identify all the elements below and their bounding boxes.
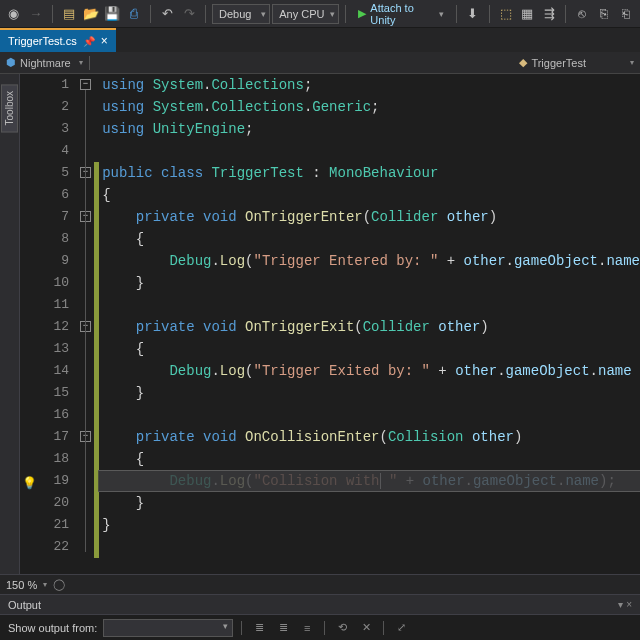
toolbar-icon-g[interactable]: ⎗: [616, 3, 636, 25]
toolbar-icon-d[interactable]: ⇶: [539, 3, 559, 25]
code-line[interactable]: }: [98, 492, 640, 514]
output-pin-icon[interactable]: ▾ ×: [618, 599, 632, 610]
code-line[interactable]: }: [98, 514, 640, 536]
code-line[interactable]: private void OnCollisionEnter(Collision …: [98, 426, 640, 448]
tab-filename: TriggerTest.cs: [8, 35, 77, 47]
code-line[interactable]: Debug.Log("Collision with " + other.game…: [98, 470, 640, 492]
output-header: Output ▾ ×: [0, 594, 640, 614]
output-icon-c[interactable]: ≡: [298, 622, 316, 634]
code-line[interactable]: }: [98, 382, 640, 404]
code-line[interactable]: [98, 404, 640, 426]
line-number: 2: [20, 96, 69, 118]
toolbar-icon-b[interactable]: ⬚: [496, 3, 516, 25]
run-button[interactable]: ▶ Attach to Unity ▾: [352, 4, 450, 24]
project-crumb[interactable]: ⬢ Nightmare ▾: [0, 52, 89, 73]
code-line[interactable]: {: [98, 448, 640, 470]
line-number: 12: [20, 316, 69, 338]
run-label: Attach to Unity: [370, 2, 433, 26]
code-line[interactable]: {: [98, 228, 640, 250]
line-number: 3: [20, 118, 69, 140]
output-icon-b[interactable]: ≣: [274, 621, 292, 634]
line-number: 11: [20, 294, 69, 316]
save-icon[interactable]: 💾: [103, 3, 123, 25]
line-number: 17: [20, 426, 69, 448]
code-line[interactable]: }: [98, 272, 640, 294]
zoom-bar: 150 % ▾ ◯: [0, 574, 640, 594]
zoom-level[interactable]: 150 %: [6, 579, 37, 591]
code-line[interactable]: public class TriggerTest : MonoBehaviour: [98, 162, 640, 184]
main-toolbar: ◉ → ▤ 📂 💾 ⎙ ↶ ↷ Debug Any CPU ▶ Attach t…: [0, 0, 640, 28]
csharp-icon: ⬢: [6, 56, 16, 69]
class-crumb[interactable]: ◆ TriggerTest ▾: [513, 52, 640, 73]
toolbar-icon-a[interactable]: ⬇: [463, 3, 483, 25]
save-all-icon[interactable]: ⎙: [124, 3, 144, 25]
line-number: 14: [20, 360, 69, 382]
toolbar-icon-c[interactable]: ▦: [518, 3, 538, 25]
class-name: TriggerTest: [531, 57, 586, 69]
output-title: Output: [8, 599, 41, 611]
code-line[interactable]: [98, 294, 640, 316]
toolbar-icon-e[interactable]: ⎋: [572, 3, 592, 25]
play-icon: ▶: [358, 7, 366, 20]
output-clear-icon[interactable]: ✕: [357, 621, 375, 634]
line-number: 9: [20, 250, 69, 272]
issues-icon[interactable]: ◯: [53, 578, 65, 591]
line-number: 10: [20, 272, 69, 294]
code-line[interactable]: using System.Collections;: [98, 74, 640, 96]
nav-bar: ⬢ Nightmare ▾ ◆ TriggerTest ▾: [0, 52, 640, 74]
output-label: Show output from:: [8, 622, 97, 634]
line-number: 6: [20, 184, 69, 206]
line-number: 5: [20, 162, 69, 184]
output-icon-d[interactable]: ⟲: [333, 621, 351, 634]
side-toolbox: Toolbox: [0, 74, 20, 574]
code-line[interactable]: Debug.Log("Trigger Exited by: " + other.…: [98, 360, 640, 382]
fold-toggle[interactable]: −: [80, 79, 91, 90]
code-editor[interactable]: 12345678910111213141516171819202122💡 −−−…: [20, 74, 640, 574]
line-number: 15: [20, 382, 69, 404]
line-number: 8: [20, 228, 69, 250]
lightbulb-icon[interactable]: 💡: [22, 473, 36, 487]
pin-icon[interactable]: 📌: [83, 36, 95, 47]
line-number: 4: [20, 140, 69, 162]
line-number: 18: [20, 448, 69, 470]
redo-icon[interactable]: ↷: [179, 3, 199, 25]
code-line[interactable]: [98, 140, 640, 162]
code-line[interactable]: [98, 536, 640, 558]
code-line[interactable]: using UnityEngine;: [98, 118, 640, 140]
open-file-icon[interactable]: 📂: [81, 3, 101, 25]
output-icon-a[interactable]: ≣: [250, 621, 268, 634]
project-name: Nightmare: [20, 57, 71, 69]
line-number: 20: [20, 492, 69, 514]
line-number: 1: [20, 74, 69, 96]
line-number: 22: [20, 536, 69, 558]
config-dropdown[interactable]: Debug: [212, 4, 270, 24]
line-number: 7: [20, 206, 69, 228]
file-tab[interactable]: TriggerTest.cs 📌 ×: [0, 28, 116, 52]
undo-icon[interactable]: ↶: [157, 3, 177, 25]
output-icon-e[interactable]: ⤢: [392, 621, 410, 634]
new-project-icon[interactable]: ▤: [59, 3, 79, 25]
platform-dropdown[interactable]: Any CPU: [272, 4, 339, 24]
close-tab-icon[interactable]: ×: [101, 34, 108, 48]
code-line[interactable]: Debug.Log("Trigger Entered by: " + other…: [98, 250, 640, 272]
tab-bar: TriggerTest.cs 📌 ×: [0, 28, 640, 52]
nav-forward-icon[interactable]: →: [26, 3, 46, 25]
code-line[interactable]: private void OnTriggerExit(Collider othe…: [98, 316, 640, 338]
output-source-dropdown[interactable]: [103, 619, 233, 637]
code-line[interactable]: private void OnTriggerEnter(Collider oth…: [98, 206, 640, 228]
code-line[interactable]: using System.Collections.Generic;: [98, 96, 640, 118]
output-toolbar: Show output from: ≣ ≣ ≡ ⟲ ✕ ⤢: [0, 614, 640, 640]
code-line[interactable]: {: [98, 338, 640, 360]
toolbar-icon-f[interactable]: ⎘: [594, 3, 614, 25]
code-line[interactable]: {: [98, 184, 640, 206]
class-icon: ◆: [519, 56, 527, 69]
toolbox-tab[interactable]: Toolbox: [1, 84, 18, 132]
zoom-dropdown-icon[interactable]: ▾: [43, 580, 47, 589]
line-number: 13: [20, 338, 69, 360]
line-number: 21: [20, 514, 69, 536]
line-number: 16: [20, 404, 69, 426]
nav-back-icon[interactable]: ◉: [4, 3, 24, 25]
